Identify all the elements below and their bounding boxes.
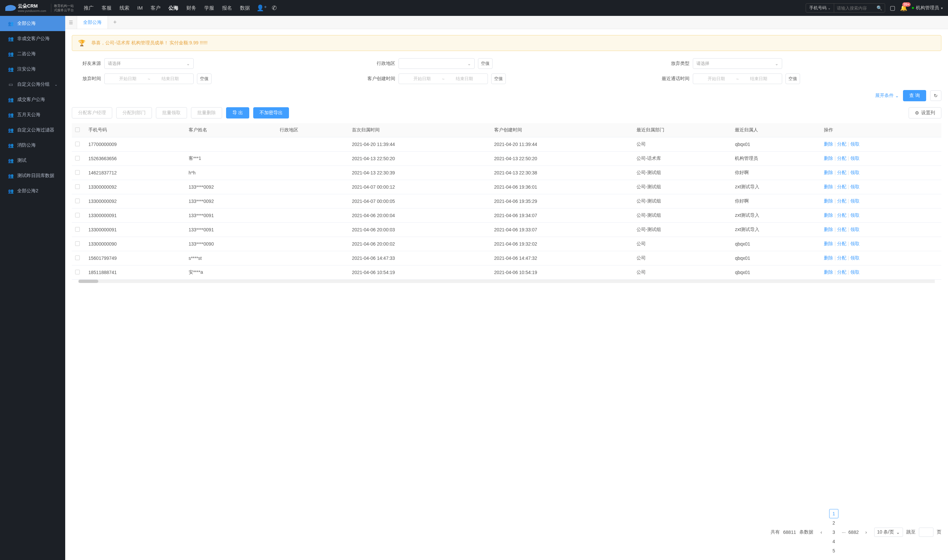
delete-link[interactable]: 删除 <box>824 155 833 161</box>
row-checkbox[interactable] <box>75 185 80 189</box>
row-checkbox[interactable] <box>75 241 80 246</box>
refresh-button[interactable]: ↻ <box>930 90 941 101</box>
tab-active[interactable]: 全部公海 <box>77 16 108 29</box>
assign-link[interactable]: 分配 <box>837 170 846 175</box>
claim-link[interactable]: 领取 <box>850 255 860 260</box>
assign-link[interactable]: 分配 <box>837 184 846 189</box>
nav-item[interactable]: 数据 <box>240 5 250 11</box>
nav-item[interactable]: 财务 <box>186 5 196 11</box>
select-all-checkbox[interactable] <box>75 128 80 132</box>
region-select[interactable]: ⌄ <box>399 58 475 69</box>
null-button[interactable]: 空值 <box>785 74 800 84</box>
assign-manager-button[interactable]: 分配客户经理 <box>72 107 112 118</box>
delete-link[interactable]: 删除 <box>824 212 833 218</box>
claim-link[interactable]: 领取 <box>850 142 860 147</box>
nav-item[interactable]: 报名 <box>222 5 232 11</box>
assign-link[interactable]: 分配 <box>837 227 846 232</box>
prev-page-button[interactable]: ‹ <box>817 528 826 537</box>
sidebar-item[interactable]: 👥测试昨日回库数据 <box>0 168 65 183</box>
claim-link[interactable]: 领取 <box>850 227 860 232</box>
nav-item[interactable]: IM <box>137 5 143 11</box>
row-checkbox[interactable] <box>75 213 80 217</box>
nav-item[interactable]: 推广 <box>84 5 94 11</box>
mobile-icon[interactable]: ▢ <box>890 4 896 12</box>
batch-delete-button[interactable]: 批量删除 <box>191 107 222 118</box>
assign-link[interactable]: 分配 <box>837 255 846 260</box>
sidebar-item[interactable]: 👥五月天公海 <box>0 107 65 123</box>
assign-link[interactable]: 分配 <box>837 155 846 161</box>
page-size-select[interactable]: 10 条/页⌄ <box>874 528 903 537</box>
sidebar-item[interactable]: 👥成交客户公海 <box>0 92 65 107</box>
row-checkbox[interactable] <box>75 198 80 203</box>
delete-link[interactable]: 删除 <box>824 142 833 147</box>
assign-link[interactable]: 分配 <box>837 269 846 275</box>
sidebar-item[interactable]: 👥全部公海 <box>0 16 65 31</box>
row-checkbox[interactable] <box>75 170 80 175</box>
sidebar-item[interactable]: 👥二咨公海 <box>0 46 65 62</box>
null-button[interactable]: 空值 <box>197 74 211 84</box>
export-button[interactable]: 导 出 <box>226 107 249 118</box>
page-number-button[interactable]: 2 <box>829 518 839 528</box>
page-number-button[interactable]: 1 <box>829 509 839 518</box>
assign-dept-button[interactable]: 分配到部门 <box>116 107 152 118</box>
sidebar-item[interactable]: 👥非成交客户公海 <box>0 31 65 46</box>
claim-link[interactable]: 领取 <box>850 212 860 218</box>
claim-link[interactable]: 领取 <box>850 170 860 175</box>
row-checkbox[interactable] <box>75 255 80 260</box>
phone-icon[interactable]: ✆ <box>272 4 277 12</box>
page-number-button[interactable]: 3 <box>829 528 839 537</box>
assign-link[interactable]: 分配 <box>837 142 846 147</box>
batch-claim-button[interactable]: 批量领取 <box>156 107 187 118</box>
claim-link[interactable]: 领取 <box>850 155 860 161</box>
last-page-button[interactable]: 6882 <box>849 528 858 537</box>
page-number-button[interactable]: 5 <box>829 546 839 555</box>
assign-link[interactable]: 分配 <box>837 198 846 203</box>
sidebar-item[interactable]: 👥测试 <box>0 153 65 168</box>
nav-item[interactable]: 客户 <box>151 5 160 11</box>
search-type-select[interactable]: 手机号码⌄ <box>806 4 834 12</box>
sidebar-item[interactable]: 👥自定义公海过滤器 <box>0 123 65 138</box>
search-icon[interactable]: 🔍 <box>874 4 885 12</box>
delete-link[interactable]: 删除 <box>824 227 833 232</box>
bell-icon[interactable]: 🔔99+ <box>900 4 907 12</box>
export-plain-button[interactable]: 不加密导出 <box>253 107 289 118</box>
row-checkbox[interactable] <box>75 270 80 274</box>
horizontal-scrollbar[interactable] <box>78 280 935 283</box>
delete-link[interactable]: 删除 <box>824 241 833 246</box>
assign-link[interactable]: 分配 <box>837 212 846 218</box>
expand-filters-link[interactable]: 展开条件⌄ <box>875 93 899 98</box>
abandon-time-range[interactable]: 开始日期~结束日期 <box>104 74 194 84</box>
claim-link[interactable]: 领取 <box>850 198 860 203</box>
user-add-icon[interactable]: 👤⁺ <box>257 4 267 12</box>
column-settings-button[interactable]: ⚙设置列 <box>909 107 941 118</box>
delete-link[interactable]: 删除 <box>824 198 833 203</box>
scroll-thumb[interactable] <box>78 280 98 283</box>
null-button[interactable]: 空值 <box>478 58 492 69</box>
call-time-range[interactable]: 开始日期~结束日期 <box>693 74 782 84</box>
delete-link[interactable]: 删除 <box>824 269 833 275</box>
page-number-button[interactable]: 4 <box>829 537 839 546</box>
null-button[interactable]: 空值 <box>491 74 506 84</box>
friend-source-select[interactable]: 请选择⌄ <box>104 58 194 69</box>
nav-item[interactable]: 线索 <box>120 5 129 11</box>
jump-page-input[interactable] <box>919 528 933 537</box>
delete-link[interactable]: 删除 <box>824 255 833 260</box>
next-page-button[interactable]: › <box>862 528 871 537</box>
query-button[interactable]: 查 询 <box>903 90 926 101</box>
delete-link[interactable]: 删除 <box>824 184 833 189</box>
user-menu[interactable]: 机构管理员 ▾ <box>912 5 943 11</box>
claim-link[interactable]: 领取 <box>850 269 860 275</box>
assign-link[interactable]: 分配 <box>837 241 846 246</box>
claim-link[interactable]: 领取 <box>850 241 860 246</box>
sidebar-item[interactable]: 👥全部公海2 <box>0 183 65 198</box>
create-time-range[interactable]: 开始日期~结束日期 <box>399 74 488 84</box>
tab-list-icon[interactable]: ☰ <box>65 16 77 29</box>
nav-item[interactable]: 客服 <box>102 5 112 11</box>
sidebar-item[interactable]: ▭自定义公海分组⌄ <box>0 77 65 92</box>
nav-item[interactable]: 公海 <box>168 5 179 11</box>
abandon-type-select[interactable]: 请选择⌄ <box>693 58 782 69</box>
row-checkbox[interactable] <box>75 227 80 232</box>
nav-item[interactable]: 学服 <box>204 5 214 11</box>
tab-add-button[interactable]: + <box>108 19 122 26</box>
claim-link[interactable]: 领取 <box>850 184 860 189</box>
